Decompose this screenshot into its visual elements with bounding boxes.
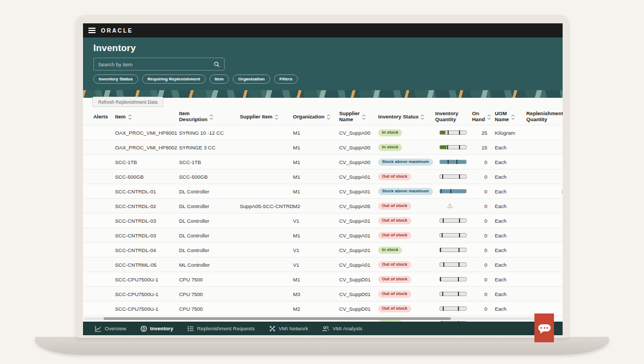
chat-bubble-icon bbox=[538, 324, 551, 331]
inventory-gauge bbox=[439, 174, 467, 179]
cell-uom: Each bbox=[495, 218, 526, 224]
cell-supname: CV_SuppA01 bbox=[339, 262, 378, 268]
cell-status: Out of stock bbox=[378, 275, 435, 283]
cell-status: Out of stock bbox=[378, 202, 435, 210]
table-row[interactable]: OAX_PROC_VMI_HP8002SYRINGE 3 CCM1CV_Supp… bbox=[83, 140, 563, 154]
search-icon[interactable] bbox=[214, 61, 220, 67]
cell-onhand: 0 bbox=[472, 174, 495, 180]
table-row[interactable]: SCC-CNTRDL-01DL ControllerM1CV_SuppA01St… bbox=[83, 184, 563, 198]
page-background: ORACLE Inventory Inventory StatusRequiri… bbox=[0, 0, 644, 364]
compass-icon bbox=[141, 325, 147, 332]
page-header: Inventory Inventory StatusRequiring Repl… bbox=[83, 37, 563, 98]
cell-supitem: SuppA05-SCC-CNTRDL-02 bbox=[240, 203, 293, 209]
search-input[interactable] bbox=[94, 61, 214, 67]
hamburger-menu-icon[interactable] bbox=[88, 30, 95, 31]
chat-button[interactable] bbox=[534, 313, 554, 342]
cell-item: SCC-CNTRDL-04 bbox=[115, 247, 179, 253]
table-row[interactable]: SCC-CPU7500U-1CPU 7500M2CV_SuppD01Out of… bbox=[83, 301, 563, 316]
list-icon bbox=[187, 325, 194, 332]
table-row[interactable]: SCC-CNTRDL-03DL ControllerM1CV_SuppA01Ou… bbox=[83, 228, 563, 242]
cell-status: Out of stock bbox=[378, 173, 435, 180]
nav-item-replenishment-requests[interactable]: Replenishment Requests bbox=[187, 325, 254, 332]
cell-item: SCC-CNTRDL-03 bbox=[115, 233, 179, 239]
cell-qty bbox=[435, 306, 472, 311]
column-header-repl[interactable]: Replenishment Quantity bbox=[526, 111, 563, 123]
status-badge: Stock above maximum bbox=[378, 188, 433, 195]
column-header-org[interactable]: Organization bbox=[293, 114, 339, 120]
cell-onhand: 0 bbox=[472, 277, 495, 283]
cell-desc: ML Controller bbox=[179, 262, 240, 268]
cell-supname: CV_SuppA05 bbox=[339, 203, 378, 209]
column-header-supname[interactable]: Supplier Name bbox=[339, 111, 378, 123]
column-header-uom[interactable]: UOM Name bbox=[495, 111, 526, 123]
sort-icon bbox=[362, 114, 366, 120]
table-row[interactable]: OAX_PROC_VMI_HP8001SYRING 10 -12 CCM1CV_… bbox=[83, 125, 563, 140]
column-header-desc[interactable]: Item Description bbox=[179, 111, 240, 123]
cell-uom: Each bbox=[495, 174, 526, 180]
filter-chip-filters[interactable]: Filters bbox=[274, 74, 298, 84]
cell-qty bbox=[435, 189, 472, 193]
sort-icon bbox=[275, 114, 278, 120]
cell-qty bbox=[435, 145, 472, 149]
nav-item-vmi-network[interactable]: VMI Network bbox=[269, 325, 308, 332]
replenishment-link[interactable]: 11 bbox=[561, 189, 563, 194]
table-row[interactable]: SCC-CNTRDL-04DL ControllerV1CV_SuppA01In… bbox=[83, 242, 563, 257]
nav-item-vmi-analysts[interactable]: VMI Analysts bbox=[322, 325, 362, 332]
filter-chip-item[interactable]: Item bbox=[209, 74, 229, 84]
sort-icon bbox=[487, 114, 491, 120]
page-title: Inventory bbox=[93, 43, 136, 54]
table-row[interactable]: SCC-CPU7500U-1CPU 7500M3CV_SuppD01Out of… bbox=[83, 286, 563, 301]
table-row[interactable]: SCC-CNTRML-05ML ControllerV1CV_SuppA01Ou… bbox=[83, 257, 563, 272]
status-badge: Out of stock bbox=[378, 232, 411, 239]
table-body: OAX_PROC_VMI_HP8001SYRING 10 -12 CCM1CV_… bbox=[83, 125, 563, 330]
filter-chip-inventory-status[interactable]: Inventory Status bbox=[93, 74, 138, 84]
column-header-item[interactable]: Item bbox=[115, 114, 179, 120]
column-header-alerts: Alerts bbox=[93, 114, 115, 120]
cell-supname: CV_SuppA01 bbox=[339, 189, 378, 194]
cell-item: SCC-1TB bbox=[115, 159, 179, 165]
nav-item-label: VMI Network bbox=[279, 325, 308, 331]
table-row[interactable]: SCC-CPU7500U-1CPU 7500M1CV_SuppD01Out of… bbox=[83, 272, 563, 286]
scrollbar-thumb[interactable] bbox=[104, 317, 451, 320]
nav-item-inventory[interactable]: Inventory bbox=[141, 325, 174, 332]
cell-org: V1 bbox=[293, 262, 339, 268]
filter-chip-requiring-replenishment[interactable]: Requiring Replenishment bbox=[142, 74, 206, 84]
cell-supname: CV_SuppA01 bbox=[339, 174, 378, 180]
table-row[interactable]: SCC-CNTRDL-02DL ControllerSuppA05-SCC-CN… bbox=[83, 198, 563, 213]
search-box bbox=[93, 58, 225, 71]
status-badge: Out of stock bbox=[378, 276, 411, 283]
sort-icon bbox=[327, 114, 330, 120]
cell-desc: CPU 7500 bbox=[179, 306, 240, 312]
cell-onhand: 0 bbox=[472, 189, 495, 194]
cell-onhand: 0 bbox=[472, 262, 495, 268]
refresh-replenishment-button[interactable]: Refresh Replenishment Data bbox=[92, 97, 163, 107]
table-row[interactable]: SCC-500GBSCC-500GBM1CV_SuppA01Out of sto… bbox=[83, 169, 563, 184]
laptop-frame: ORACLE Inventory Inventory StatusRequiri… bbox=[76, 15, 569, 338]
cell-desc: CPU 7500 bbox=[179, 277, 240, 283]
cell-org: M1 bbox=[293, 189, 339, 194]
cell-uom: Each bbox=[495, 189, 526, 194]
cell-desc: DL Controller bbox=[179, 218, 240, 224]
horizontal-scrollbar[interactable] bbox=[84, 317, 551, 320]
cell-status: Stock above maximum bbox=[378, 158, 435, 166]
cell-item: SCC-500GB bbox=[115, 174, 179, 180]
cell-uom: Each bbox=[495, 277, 526, 283]
table-row[interactable]: SCC-CNTRDL-03DL ControllerV1CV_SuppA01Ou… bbox=[83, 213, 563, 228]
cell-supname: CV_SuppA00 bbox=[339, 159, 378, 165]
cell-status: Out of stock bbox=[378, 231, 435, 239]
bottom-navigation: OverviewInventoryReplenishment RequestsV… bbox=[83, 322, 563, 335]
table-row[interactable]: SCC-1TBSCC-1TBM1CV_SuppA00Stock above ma… bbox=[83, 154, 563, 169]
cell-uom: Each bbox=[495, 306, 526, 312]
people-icon bbox=[322, 325, 329, 332]
nav-item-label: Overview bbox=[105, 325, 126, 331]
filter-chip-organization[interactable]: Organization bbox=[233, 74, 270, 84]
cell-status: In stock bbox=[378, 129, 435, 136]
column-header-supitem[interactable]: Supplier Item bbox=[240, 114, 293, 120]
cell-qty bbox=[435, 277, 472, 281]
column-header-status[interactable]: Inventory Status bbox=[378, 114, 435, 120]
nav-item-overview[interactable]: Overview bbox=[95, 325, 126, 332]
cell-item: SCC-CNTRML-05 bbox=[115, 262, 179, 268]
cell-onhand: 25 bbox=[472, 130, 495, 136]
cell-status: Out of stock bbox=[378, 305, 435, 312]
column-header-onhand[interactable]: On Hand bbox=[472, 111, 495, 123]
